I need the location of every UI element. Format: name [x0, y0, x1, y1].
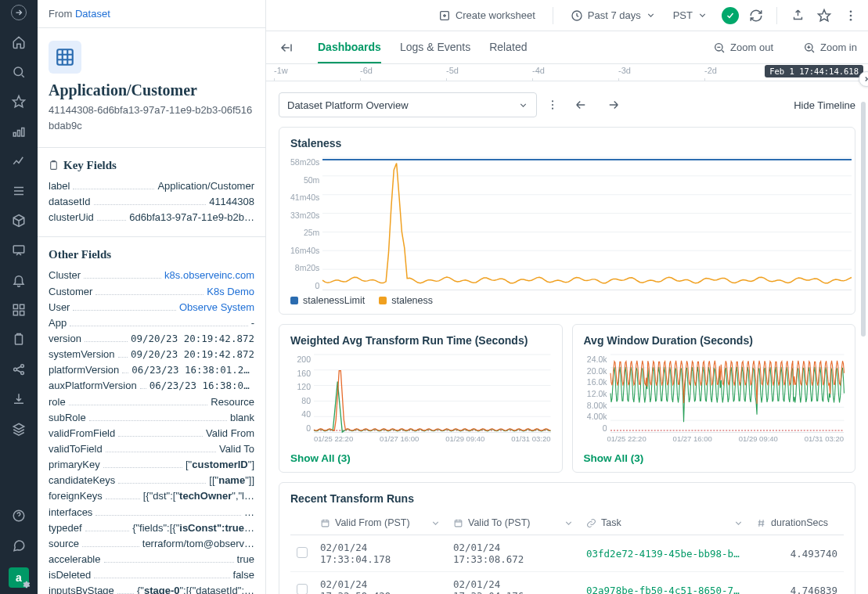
row-checkbox[interactable]	[297, 584, 308, 595]
field-row: foreignKeys[{"dst":["techOwner","l…	[49, 488, 254, 504]
scrollbar[interactable]	[861, 102, 866, 337]
nav-rail: a	[0, 0, 38, 594]
presentation-icon[interactable]	[11, 243, 27, 258]
field-row: clusterUid6d6bfa13-97a7-11e9-b2b…	[49, 210, 254, 225]
svg-point-0	[14, 67, 23, 76]
field-row: auxPlatformVersion06/23/23 16:38:01.292	[49, 378, 254, 394]
chevron-down-icon	[733, 518, 744, 528]
list-icon[interactable]	[11, 183, 27, 199]
svg-rect-6	[13, 304, 17, 308]
window-duration-card: Avg Window Duration (Seconds) 24.0k20.0k…	[572, 324, 856, 473]
field-row: Clusterk8s.observeinc.com	[49, 268, 254, 283]
back-button[interactable]	[277, 38, 296, 57]
timeline-current-time: Feb 1 17:44:14.618	[765, 65, 863, 77]
link-icon	[586, 518, 596, 528]
svg-point-26	[552, 104, 553, 106]
staleness-chart[interactable]	[322, 157, 852, 290]
svg-rect-7	[20, 304, 24, 308]
trend-icon[interactable]	[11, 153, 27, 169]
breadcrumb: From Dataset	[38, 0, 265, 28]
field-row: UserObserve System	[49, 300, 254, 315]
calendar-icon	[453, 518, 463, 528]
app-avatar[interactable]: a	[9, 567, 29, 588]
star-icon[interactable]	[11, 94, 27, 110]
help-icon[interactable]	[11, 508, 27, 524]
timeline[interactable]: -1w -6d -5d -4d -3d -2d Feb 1 17:44:14.6…	[266, 64, 868, 81]
svg-rect-2	[13, 133, 16, 137]
transform-run-card: Weighted Avg Transform Run Time (Seconds…	[279, 324, 563, 473]
svg-rect-3	[18, 131, 20, 137]
main-content: Create worksheet Past 7 days PST	[266, 0, 868, 594]
timezone-picker[interactable]: PST	[670, 6, 714, 24]
cube-icon[interactable]	[11, 213, 27, 229]
zoom-in-button[interactable]: Zoom in	[803, 41, 857, 54]
chevron-down-icon	[518, 100, 528, 110]
hide-timeline-button[interactable]: Hide Timeline	[794, 99, 855, 111]
status-ok-icon[interactable]	[722, 7, 739, 24]
row-checkbox[interactable]	[297, 547, 308, 558]
dataset-icon	[49, 41, 81, 74]
field-row: App-	[49, 315, 254, 331]
breadcrumb-prefix: From	[49, 8, 72, 20]
svg-rect-16	[51, 162, 57, 170]
next-arrow[interactable]	[601, 92, 626, 117]
create-worksheet-button[interactable]: Create worksheet	[432, 6, 542, 25]
dashboard-more-icon[interactable]	[545, 92, 560, 117]
chat-icon[interactable]	[11, 538, 27, 553]
bell-icon[interactable]	[11, 272, 27, 288]
field-row: primaryKey["customerID"]	[49, 457, 254, 473]
chevron-down-icon	[564, 518, 574, 528]
key-fields-heading: Key Fields	[49, 159, 254, 172]
prev-arrow[interactable]	[568, 92, 593, 117]
dashboard-controls: Dataset Platform Overview Hide Timeline	[266, 81, 868, 122]
more-icon[interactable]	[841, 6, 860, 25]
tab-dashboards[interactable]: Dashboards	[318, 31, 381, 63]
collapse-icon[interactable]	[11, 5, 27, 20]
field-row: typedef{"fields":[{"isConst":true…	[49, 520, 254, 536]
refresh-icon[interactable]	[747, 6, 765, 25]
window-duration-chart[interactable]	[610, 355, 845, 433]
field-row: isDeletedfalse	[49, 567, 254, 583]
svg-point-27	[552, 108, 553, 110]
field-row: systemVersion09/20/23 20:19:42.872	[49, 347, 254, 362]
svg-point-20	[850, 10, 852, 13]
page-title: Application/Customer	[49, 81, 254, 99]
svg-rect-5	[13, 246, 24, 253]
search-icon[interactable]	[11, 64, 27, 80]
svg-rect-9	[20, 311, 24, 315]
svg-point-22	[850, 18, 852, 20]
clipboard-icon[interactable]	[11, 332, 27, 347]
field-row: candidateKeys[["name"]]	[49, 473, 254, 488]
field-row: CustomerK8s Demo	[49, 284, 254, 300]
svg-rect-10	[16, 335, 23, 344]
recent-transforms-card: Recent Transform Runs Valid From (PST) V…	[279, 482, 855, 594]
home-icon[interactable]	[11, 34, 27, 50]
topbar: Create worksheet Past 7 days PST	[266, 0, 868, 31]
tab-related[interactable]: Related	[489, 31, 527, 63]
download-icon[interactable]	[11, 391, 27, 407]
transform-run-chart[interactable]	[314, 355, 551, 433]
table-row[interactable]: 02/01/24 17:33:04.17802/01/24 17:33:08.6…	[290, 535, 844, 572]
svg-rect-8	[13, 311, 17, 315]
field-row: interfaces…	[49, 505, 254, 520]
export-icon[interactable]	[788, 6, 807, 25]
show-all-transform[interactable]: Show All (3)	[290, 452, 351, 464]
svg-marker-19	[819, 9, 830, 20]
field-row: subRoleblank	[49, 410, 254, 426]
table-row[interactable]: 02/01/24 17:32:59.42902/01/24 17:33:04.1…	[290, 572, 844, 595]
analytics-icon[interactable]	[11, 124, 27, 139]
share-icon[interactable]	[11, 362, 27, 377]
time-range-picker[interactable]: Past 7 days	[564, 6, 662, 25]
breadcrumb-link[interactable]: Dataset	[75, 8, 110, 20]
svg-rect-15	[57, 49, 73, 65]
grid-icon[interactable]	[11, 302, 27, 318]
field-row: validToFieldValid To	[49, 441, 254, 457]
dashboard-selector[interactable]: Dataset Platform Overview	[279, 92, 537, 117]
svg-rect-4	[22, 128, 24, 137]
zoom-out-button[interactable]: Zoom out	[713, 41, 773, 54]
svg-point-21	[850, 14, 852, 16]
show-all-window[interactable]: Show All (3)	[584, 452, 644, 464]
layers-icon[interactable]	[11, 421, 27, 437]
tab-logs-events[interactable]: Logs & Events	[400, 31, 470, 63]
favorite-icon[interactable]	[815, 6, 834, 25]
